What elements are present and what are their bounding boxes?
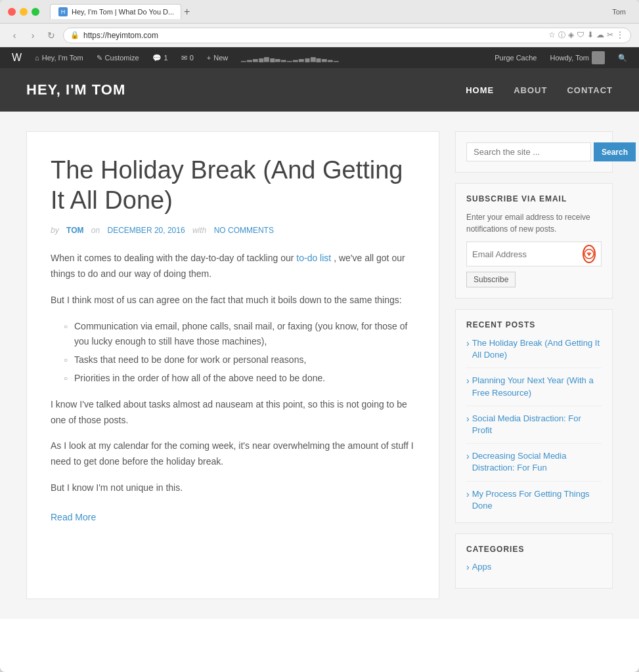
menu-icon[interactable]: ⋮ [616, 30, 624, 40]
list-item: Apps [466, 562, 602, 572]
email-input-wrapper [466, 242, 602, 266]
sidebar: Search SUBSCRIBE VIA EMAIL Enter your em… [455, 131, 613, 599]
howdy-label: Howdy, Tom [550, 54, 589, 62]
shield-icon[interactable]: 🛡 [577, 30, 584, 40]
active-tab[interactable]: H Hey, I'm Tom | What Do You D... ✕ [50, 4, 181, 19]
pencil-icon: ✎ [97, 54, 102, 62]
subscribe-title: SUBSCRIBE VIA EMAIL [466, 194, 602, 203]
recent-posts-list: The Holiday Break (And Getting It All Do… [466, 337, 602, 512]
recent-posts-widget: RECENT POSTS The Holiday Break (And Gett… [455, 309, 613, 523]
wp-admin-bar: W ⌂ Hey, I'm Tom ✎ Customize 💬 1 ✉ 0 + N… [0, 47, 639, 68]
address-bar-icons: ☆ ⓘ ◈ 🛡 ⬇ ☁ ✂ ⋮ [548, 30, 624, 40]
minimize-button[interactable] [20, 8, 28, 16]
wordpress-icon: W [12, 52, 22, 64]
subscribe-description: Enter your email address to receive noti… [466, 211, 602, 235]
list-item: Decreasing Social Media Distraction: For… [466, 450, 602, 481]
site-title[interactable]: HEY, I'M TOM [26, 81, 125, 98]
wp-logo-button[interactable]: W [5, 47, 28, 68]
new-label: New [213, 54, 228, 62]
waveform-graphic: ▁▂▃▄▅▄▃▂▁▂▃▄▅▄▃▂▁ [241, 54, 339, 62]
recent-post-link[interactable]: Planning Your Next Year (With a Free Res… [466, 375, 602, 398]
screenshot-icon[interactable]: ✂ [607, 30, 613, 40]
categories-widget: CATEGORIES Apps [455, 534, 613, 589]
comment-icon: 💬 [152, 54, 162, 62]
admin-waveform: ▁▂▃▄▅▄▃▂▁▂▃▄▅▄▃▂▁ [234, 47, 345, 68]
post-date: DECEMBER 20, 2016 [108, 226, 185, 235]
browser-tab-bar: H Hey, I'm Tom | What Do You D... ✕ + [50, 4, 612, 19]
categories-list: Apps [466, 562, 602, 572]
search-form: Search [466, 142, 602, 161]
maximize-button[interactable] [32, 8, 39, 16]
address-bar[interactable]: 🔒 https://heyimtom.com ☆ ⓘ ◈ 🛡 ⬇ ☁ ✂ ⋮ [63, 28, 631, 43]
subscribe-button[interactable]: Subscribe [466, 272, 516, 287]
traffic-lights [8, 8, 39, 16]
back-button[interactable]: ‹ [8, 29, 21, 42]
nav-item-contact[interactable]: CONTACT [567, 85, 613, 95]
info-icon[interactable]: ⓘ [558, 30, 565, 40]
admin-customize[interactable]: ✎ Customize [90, 47, 146, 68]
admin-search-button[interactable]: 🔍 [611, 47, 634, 68]
categories-title: CATEGORIES [466, 545, 602, 554]
message-icon: ✉ [181, 54, 187, 62]
todo-list-link[interactable]: to-do list [296, 253, 331, 263]
search-input[interactable] [466, 142, 591, 161]
nav-item-home[interactable]: HOME [466, 85, 494, 95]
list-item: Communication via email, phone calls, sn… [64, 319, 415, 350]
post-title: The Holiday Break (And Getting It All Do… [51, 156, 415, 215]
wp-admin-right: Purge Cache Howdy, Tom 🔍 [488, 47, 634, 68]
by-label: by [51, 226, 59, 235]
recent-post-link[interactable]: Decreasing Social Media Distraction: For… [466, 450, 602, 474]
recent-post-link[interactable]: My Process For Getting Things Done [466, 488, 602, 512]
admin-comments[interactable]: 💬 1 [146, 47, 175, 68]
browser-addressbar: ‹ › ↻ 🔒 https://heyimtom.com ☆ ⓘ ◈ 🛡 ⬇ ☁… [0, 24, 639, 47]
post-author[interactable]: TOM [66, 226, 83, 235]
nav-item-about[interactable]: ABOUT [514, 85, 547, 95]
list-item: The Holiday Break (And Getting It All Do… [466, 337, 602, 368]
site-body: The Holiday Break (And Getting It All Do… [0, 112, 639, 619]
list-item: Planning Your Next Year (With a Free Res… [466, 375, 602, 406]
reload-button[interactable]: ↻ [45, 29, 58, 42]
forward-button[interactable]: › [26, 29, 39, 42]
sync-icon[interactable]: ☁ [596, 30, 604, 40]
intro-text-before: When it comes to dealing with the day-to… [51, 253, 294, 263]
admin-site-name[interactable]: ⌂ Hey, I'm Tom [28, 47, 89, 68]
admin-new[interactable]: + New [200, 47, 234, 68]
layers-icon[interactable]: ◈ [568, 30, 574, 40]
purge-cache-button[interactable]: Purge Cache [488, 47, 543, 68]
customize-label: Customize [105, 54, 139, 62]
subscribe-widget: SUBSCRIBE VIA EMAIL Enter your email add… [455, 183, 613, 299]
list-item: Priorities in the order of how all of th… [64, 371, 415, 387]
list-item: Tasks that need to be done for work or p… [64, 352, 415, 368]
purge-cache-label: Purge Cache [495, 54, 537, 62]
post-intro-p1: When it comes to dealing with the day-to… [51, 251, 415, 282]
search-icon: 🔍 [618, 54, 627, 62]
user-avatar [592, 51, 605, 64]
howdy-user[interactable]: Howdy, Tom [543, 47, 611, 68]
admin-messages[interactable]: ✉ 0 [175, 47, 200, 68]
ssl-lock-icon: 🔒 [70, 31, 79, 39]
house-icon: ⌂ [35, 54, 39, 62]
recent-posts-title: RECENT POSTS [466, 320, 602, 329]
admin-site-label: Hey, I'm Tom [42, 54, 83, 62]
star-icon[interactable]: ☆ [548, 30, 556, 40]
with-label: with [192, 226, 206, 235]
category-link[interactable]: Apps [466, 562, 602, 572]
on-label: on [91, 226, 100, 235]
post-comments[interactable]: NO COMMENTS [214, 226, 274, 235]
email-input[interactable] [472, 249, 583, 259]
tab-title: Hey, I'm Tom | What Do You D... [72, 8, 174, 16]
browser-titlebar: H Hey, I'm Tom | What Do You D... ✕ + To… [0, 0, 639, 24]
post-body-p2: As I look at my calendar for the coming … [51, 438, 415, 470]
close-button[interactable] [8, 8, 16, 16]
read-more-link[interactable]: Read More [51, 512, 96, 522]
site-nav: HOME ABOUT CONTACT [466, 85, 613, 95]
pocket-icon[interactable]: ⬇ [587, 30, 594, 40]
post-body: When it comes to dealing with the day-to… [51, 251, 415, 523]
post-body-p3: But I know I'm not unique in this. [51, 480, 415, 496]
recent-post-link[interactable]: The Holiday Break (And Getting It All Do… [466, 337, 602, 361]
new-tab-button[interactable]: + [184, 6, 190, 18]
list-item: Social Media Distraction: For Profit [466, 413, 602, 444]
search-button[interactable]: Search [594, 142, 636, 161]
recent-post-link[interactable]: Social Media Distraction: For Profit [466, 413, 602, 436]
tab-favicon: H [58, 7, 68, 16]
